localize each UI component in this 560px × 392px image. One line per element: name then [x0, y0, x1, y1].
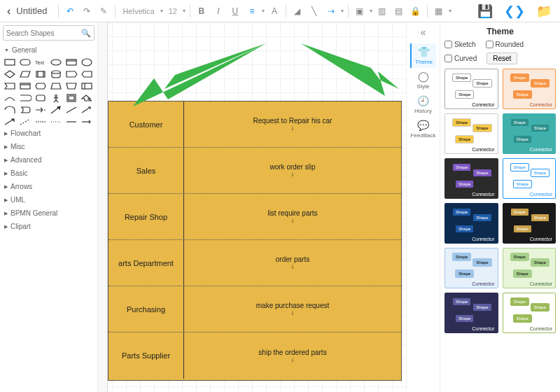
shape-stencil[interactable]: [65, 69, 78, 79]
shape-stencil[interactable]: [65, 57, 78, 67]
lane-title[interactable]: Repair Shop: [108, 194, 184, 239]
swimlane-row[interactable]: Repair Shoplist require parts↓: [108, 194, 401, 240]
shape-stencil[interactable]: [18, 69, 31, 79]
shape-stencil[interactable]: Text: [34, 57, 47, 67]
lane-body[interactable]: order parts↓: [184, 240, 401, 286]
canvas[interactable]: CustomerRequest to Repair his car↓Salesw…: [98, 22, 406, 392]
theme-thumbnail[interactable]: ShapeShapeShapeConnector: [444, 113, 498, 154]
bold-icon[interactable]: B: [195, 4, 209, 18]
font-color-icon[interactable]: A: [267, 4, 281, 18]
shape-stencil[interactable]: [65, 80, 78, 91]
theme-thumbnail[interactable]: ShapeShapeShapeConnector: [503, 158, 556, 199]
search-input[interactable]: [6, 29, 81, 37]
shape-stencil[interactable]: [65, 116, 78, 127]
shape-stencil[interactable]: [18, 116, 31, 127]
fill-icon[interactable]: ◢: [290, 4, 304, 18]
align-icon[interactable]: ≡: [245, 4, 259, 18]
category-item[interactable]: Misc: [3, 140, 94, 153]
category-item[interactable]: Flowchart: [3, 127, 94, 140]
swimlane-diagram[interactable]: CustomerRequest to Repair his car↓Salesw…: [108, 101, 402, 381]
theme-thumbnail[interactable]: ShapeShapeShapeConnector: [444, 203, 498, 244]
shape-stencil[interactable]: [80, 92, 94, 103]
shape-stencil[interactable]: [80, 80, 94, 91]
shape-stencil[interactable]: [3, 92, 16, 103]
format-paint-icon[interactable]: ✎: [97, 4, 111, 18]
theme-thumbnail[interactable]: ShapeShapeShapeConnector: [444, 248, 498, 288]
font-size-select[interactable]: 12: [166, 7, 180, 15]
shape-stencil[interactable]: [34, 92, 47, 103]
lane-body[interactable]: work order slip↓: [184, 148, 401, 193]
swimlane-row[interactable]: arts Departmentorder parts↓: [108, 240, 401, 286]
shape-stencil[interactable]: [18, 57, 31, 67]
theme-thumbnail[interactable]: ShapeShapeShapeConnector: [503, 293, 556, 333]
theme-thumbnail[interactable]: ShapeShapeShapeConnector: [444, 293, 498, 333]
shape-stencil[interactable]: [18, 92, 31, 103]
shape-stencil[interactable]: [18, 80, 31, 91]
to-front-icon[interactable]: ▣: [353, 4, 367, 18]
category-item[interactable]: Basic: [3, 167, 94, 180]
category-item[interactable]: Advanced: [3, 153, 94, 167]
category-item[interactable]: BPMN General: [3, 206, 94, 220]
theme-thumbnail[interactable]: ShapeShapeShapeConnector: [444, 158, 498, 199]
shape-stencil[interactable]: [34, 116, 47, 127]
lane-title[interactable]: Customer: [108, 102, 184, 147]
rounded-checkbox[interactable]: Rounded: [486, 41, 524, 48]
shape-stencil[interactable]: [80, 116, 94, 127]
category-item[interactable]: Arrows: [3, 180, 94, 193]
category-general[interactable]: General: [4, 46, 94, 54]
category-item[interactable]: UML: [3, 193, 94, 206]
swimlane-row[interactable]: Purchasingmake purchase request↓: [108, 286, 401, 332]
group-icon[interactable]: ▥: [375, 4, 389, 18]
document-title[interactable]: Untitled: [16, 6, 47, 16]
curved-checkbox[interactable]: Curved: [444, 52, 477, 64]
shape-stencil[interactable]: [3, 69, 16, 79]
lane-body[interactable]: ship the ordered parts↓: [184, 332, 401, 379]
shape-stencil[interactable]: [49, 69, 62, 79]
save-icon[interactable]: 💾: [473, 4, 497, 19]
shape-stencil[interactable]: [3, 104, 16, 115]
font-family-select[interactable]: Helvetica: [120, 7, 157, 15]
lock-icon[interactable]: 🔒: [409, 4, 423, 18]
shape-stencil[interactable]: [3, 116, 16, 127]
shape-stencil[interactable]: [80, 104, 94, 115]
shape-stencil[interactable]: [3, 80, 16, 91]
underline-icon[interactable]: U: [228, 4, 242, 18]
theme-thumbnail[interactable]: ShapeShapeShapeConnector: [503, 69, 556, 109]
folder-icon[interactable]: 📁: [532, 4, 556, 19]
shape-stencil[interactable]: [3, 57, 16, 67]
ungroup-icon[interactable]: ▤: [392, 4, 406, 18]
category-item[interactable]: Clipart: [3, 220, 94, 233]
lane-body[interactable]: make purchase request↓: [184, 286, 401, 332]
lane-body[interactable]: Request to Repair his car↓: [184, 102, 401, 147]
swimlane-row[interactable]: CustomerRequest to Repair his car↓: [108, 102, 401, 148]
side-tab-style[interactable]: ◯Style: [410, 68, 435, 92]
theme-thumbnail[interactable]: ShapeShapeShapeConnector: [444, 69, 498, 109]
reset-button[interactable]: Reset: [486, 52, 517, 64]
shape-stencil[interactable]: [49, 57, 62, 67]
shape-stencil[interactable]: [34, 69, 47, 79]
shape-stencil[interactable]: [80, 57, 94, 67]
side-tab-feedback[interactable]: 💬FeedBack: [410, 117, 435, 141]
side-tab-history[interactable]: 🕘History: [410, 92, 435, 117]
lane-title[interactable]: Sales: [108, 148, 184, 193]
connection-icon[interactable]: ⇢: [324, 4, 338, 18]
shape-stencil[interactable]: [34, 104, 47, 115]
shape-stencil[interactable]: [49, 104, 62, 115]
swimlane-row[interactable]: Parts Suppliership the ordered parts↓: [108, 332, 401, 379]
search-icon[interactable]: 🔍: [81, 29, 91, 38]
shape-stencil[interactable]: [49, 80, 62, 91]
collapse-icon[interactable]: «: [421, 27, 426, 38]
italic-icon[interactable]: I: [211, 4, 225, 18]
back-chevron-icon[interactable]: ‹: [4, 5, 13, 18]
shape-stencil[interactable]: [49, 116, 62, 127]
lane-title[interactable]: Parts Supplier: [108, 332, 184, 379]
lane-title[interactable]: Purchasing: [108, 286, 184, 332]
theme-thumbnail[interactable]: ShapeShapeShapeConnector: [503, 203, 556, 244]
shape-stencil[interactable]: [65, 104, 78, 115]
shape-stencil[interactable]: [18, 104, 31, 115]
grid-icon[interactable]: ▦: [432, 4, 446, 18]
lane-title[interactable]: arts Department: [108, 240, 184, 286]
search-shapes[interactable]: 🔍: [3, 25, 94, 41]
shape-stencil[interactable]: [80, 69, 94, 79]
sketch-checkbox[interactable]: Sketch: [444, 41, 476, 48]
